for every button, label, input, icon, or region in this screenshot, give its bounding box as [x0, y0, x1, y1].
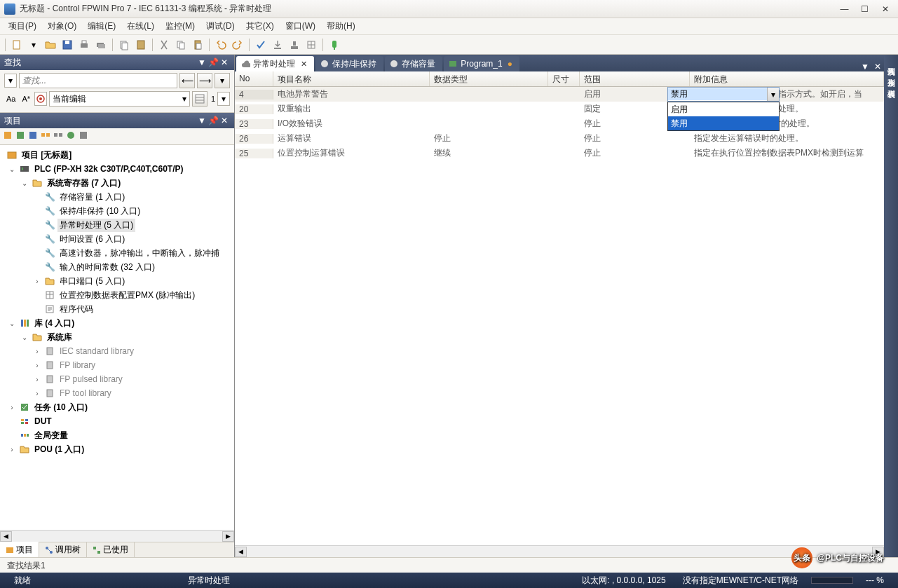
tab-calltree[interactable]: 调用树 — [39, 542, 87, 558]
menu-online[interactable]: 在线(L) — [121, 18, 160, 34]
find-results-dd[interactable]: ▾ — [217, 92, 230, 106]
grid-row[interactable]: 4电池异常警告启用指定对备份电池异常的指示方式。如开启，当 — [235, 87, 884, 102]
cut-icon[interactable] — [156, 37, 172, 53]
paste-icon[interactable] — [133, 37, 149, 53]
chevron-down-icon[interactable]: ⌄ — [20, 179, 29, 187]
tree-item[interactable]: 存储容量 (1 入口) — [57, 191, 127, 204]
menu-help[interactable]: 帮助(H) — [321, 18, 361, 34]
tab-project[interactable]: 项目 — [0, 542, 39, 558]
chevron-right-icon[interactable]: › — [32, 376, 42, 383]
menu-debug[interactable]: 调试(D) — [200, 18, 240, 34]
chevron-right-icon[interactable]: › — [32, 362, 42, 369]
grid-row[interactable]: 20双重输出固定指定发生双重输出时的处理。 — [235, 102, 884, 116]
doc-tab[interactable]: Program_1● — [444, 56, 519, 71]
tree-item[interactable]: FP pulsed library — [57, 374, 125, 385]
tree-tb-7[interactable] — [79, 130, 88, 142]
chevron-right-icon[interactable]: › — [32, 390, 42, 397]
tree-root[interactable]: 项目 [无标题] — [20, 149, 74, 162]
col-size[interactable]: 尺寸 — [548, 71, 580, 86]
print-all-icon[interactable] — [93, 37, 109, 53]
chevron-down-icon[interactable]: ⌄ — [7, 320, 17, 327]
undo-icon[interactable] — [213, 37, 229, 53]
chevron-right-icon[interactable]: › — [32, 278, 42, 285]
compile-icon[interactable] — [304, 37, 319, 53]
tree-item[interactable]: 串口端口 (5 入口) — [57, 275, 127, 288]
menu-other[interactable]: 其它(X) — [240, 18, 280, 34]
find-prev-icon[interactable]: ⟵ — [179, 73, 195, 88]
chevron-down-icon[interactable]: ⌄ — [7, 165, 17, 173]
tree-pou[interactable]: POU (1 入口) — [32, 443, 86, 456]
panel-pin-icon[interactable]: 📌 — [208, 116, 219, 125]
tree-item[interactable]: FP tool library — [57, 388, 114, 399]
type-dropdown-cell[interactable]: 禁用 ▾ — [667, 87, 780, 102]
chevron-right-icon[interactable]: › — [7, 404, 17, 411]
panel-close-icon[interactable]: ✕ — [219, 57, 230, 67]
doc-tab[interactable]: 存储容量 — [385, 56, 442, 71]
check-icon[interactable] — [253, 37, 268, 53]
print-icon[interactable] — [76, 37, 92, 53]
tree-tb-6[interactable] — [66, 130, 76, 142]
tree-tb-4[interactable] — [41, 130, 50, 142]
tree-tb-3[interactable] — [28, 130, 38, 142]
maximize-button[interactable]: ☐ — [856, 3, 873, 15]
tree-item[interactable]: IEC standard library — [57, 346, 136, 357]
tree-item[interactable]: 位置控制数据表配置PMX (脉冲输出) — [57, 289, 197, 302]
find-next-icon[interactable]: ⟶ — [197, 73, 212, 88]
tree-lib[interactable]: 库 (4 入口) — [32, 317, 76, 330]
col-info[interactable]: 附加信息 — [690, 71, 884, 86]
chevron-right-icon[interactable]: › — [7, 446, 17, 453]
minimize-button[interactable]: — — [836, 3, 853, 15]
upload-icon[interactable] — [287, 37, 302, 53]
wildcard-icon[interactable]: A* — [20, 95, 32, 103]
project-tree[interactable]: 项目 [无标题] ⌄PLC (FP-XH 32k C30T/P,C40T,C60… — [0, 145, 234, 530]
tree-sysreg[interactable]: 系统寄存器 (7 入口) — [45, 177, 123, 190]
menu-window[interactable]: 窗口(W) — [280, 18, 321, 34]
doc-tab-active[interactable]: 异常时处理✕ — [236, 56, 314, 71]
online-icon[interactable] — [327, 37, 342, 53]
tree-item[interactable]: 输入的时间常数 (32 入口) — [57, 261, 157, 274]
side-tab-inst[interactable]: 指令列表 — [885, 69, 898, 77]
tree-plc[interactable]: PLC (FP-XH 32k C30T/P,C40T,C60T/P) — [32, 163, 186, 175]
find-expand-icon[interactable]: ▾ — [215, 73, 230, 88]
panel-close-icon[interactable]: ✕ — [219, 116, 230, 125]
tree-tb-1[interactable] — [3, 130, 13, 142]
grid-hscroll[interactable]: ◀▶ — [235, 545, 884, 557]
chevron-right-icon[interactable]: › — [32, 348, 42, 355]
save-icon[interactable] — [60, 37, 75, 53]
grid-row[interactable]: 23I/O效验错误停止指定发生I/O效验错误时的处理。 — [235, 116, 884, 131]
menu-project[interactable]: 项目(P) — [3, 18, 42, 34]
col-no[interactable]: No — [235, 71, 273, 86]
tabs-close-icon[interactable]: ✕ — [871, 62, 884, 71]
tree-tb-2[interactable] — [15, 130, 25, 142]
menu-monitor[interactable]: 监控(M) — [160, 18, 200, 34]
redo-icon[interactable] — [230, 37, 245, 53]
menu-object[interactable]: 对象(O) — [42, 18, 82, 34]
tree-dut[interactable]: DUT — [32, 416, 54, 427]
panel-dropdown-icon[interactable]: ▼ — [196, 57, 208, 67]
menu-edit[interactable]: 编辑(E) — [82, 18, 121, 34]
tab-used[interactable]: 已使用 — [87, 542, 135, 558]
open-icon[interactable] — [43, 37, 58, 53]
tree-item[interactable]: 保持/非保持 (10 入口) — [57, 205, 142, 218]
search-input[interactable] — [19, 73, 177, 88]
paste2-icon[interactable] — [190, 37, 205, 53]
search-scope-select[interactable]: 当前编辑▾ — [49, 91, 190, 107]
tree-item[interactable]: 高速计数器，脉冲输出，中断输入，脉冲捕 — [57, 247, 222, 260]
grid-row[interactable]: 25位置控制运算错误继续停止指定在执行位置控制数据表PMX时检测到运算 — [235, 146, 884, 160]
tree-global[interactable]: 全局变量 — [32, 429, 70, 442]
doc-tab[interactable]: 保持/非保持 — [315, 56, 383, 71]
scope-target-icon[interactable] — [34, 92, 47, 106]
new-icon[interactable] — [9, 37, 25, 53]
copy2-icon[interactable] — [173, 37, 189, 53]
chevron-down-icon[interactable]: ▾ — [767, 88, 779, 101]
find-mode-dd[interactable]: ▾ — [4, 74, 17, 88]
tree-task[interactable]: 任务 (10 入口) — [32, 401, 90, 414]
tree-item[interactable]: 时间设置 (6 入口) — [57, 233, 127, 246]
tree-syslib[interactable]: 系统库 — [45, 331, 74, 344]
tree-item[interactable]: FP library — [57, 360, 97, 371]
side-tab-tmpl[interactable]: 模板列表 — [885, 80, 898, 88]
col-scope[interactable]: 范围 — [580, 71, 690, 86]
close-button[interactable]: ✕ — [876, 3, 894, 15]
copy-icon[interactable] — [116, 37, 132, 53]
new-dd-icon[interactable]: ▾ — [26, 37, 41, 53]
